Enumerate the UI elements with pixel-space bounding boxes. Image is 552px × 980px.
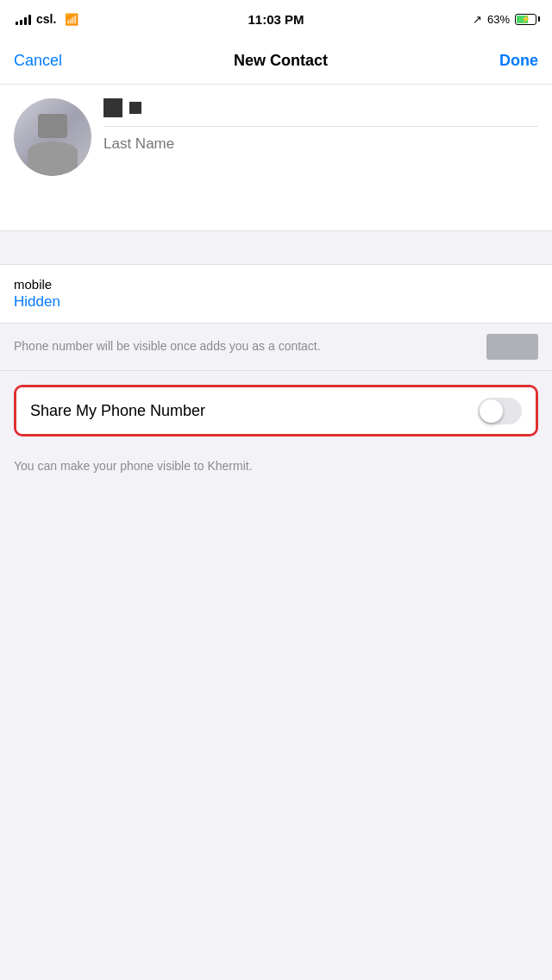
gap-section bbox=[0, 231, 552, 264]
background-fill bbox=[0, 481, 552, 740]
info-pixel-image bbox=[486, 334, 538, 360]
status-left: csl. 📶 bbox=[16, 12, 78, 26]
share-phone-toggle[interactable] bbox=[478, 398, 522, 424]
name-fields bbox=[104, 98, 538, 153]
status-right: ↗ 63% ⚡ bbox=[473, 13, 536, 26]
status-time: 11:03 PM bbox=[248, 12, 304, 27]
first-name-pixel-icon bbox=[104, 98, 122, 117]
first-name-row bbox=[104, 98, 538, 126]
share-section: Share My Phone Number bbox=[16, 387, 536, 434]
share-label: Share My Phone Number bbox=[30, 402, 205, 420]
share-section-wrapper: Share My Phone Number bbox=[14, 385, 538, 437]
done-button[interactable]: Done bbox=[499, 52, 538, 70]
status-bar: csl. 📶 11:03 PM ↗ 63% ⚡ bbox=[0, 0, 552, 38]
last-name-input[interactable] bbox=[104, 135, 538, 153]
navigation-bar: Cancel New Contact Done bbox=[0, 38, 552, 85]
first-name-pixel-icon-small bbox=[129, 102, 141, 114]
battery-icon: ⚡ bbox=[515, 14, 536, 25]
page-title: New Contact bbox=[234, 52, 328, 70]
name-divider bbox=[104, 126, 538, 127]
wifi-icon: 📶 bbox=[65, 13, 78, 26]
phone-section: mobile Hidden bbox=[0, 264, 552, 324]
info-text: Phone number will be visible once adds y… bbox=[14, 338, 321, 355]
info-section: Phone number will be visible once adds y… bbox=[0, 324, 552, 371]
contact-form-section bbox=[0, 85, 552, 231]
location-icon: ↗ bbox=[473, 13, 482, 26]
signal-icon bbox=[16, 13, 31, 25]
footer-note: You can make your phone visible to Kherm… bbox=[0, 450, 552, 481]
avatar[interactable] bbox=[14, 98, 91, 176]
phone-number: Hidden bbox=[14, 293, 538, 311]
phone-label: mobile bbox=[14, 277, 538, 292]
avatar-image bbox=[14, 98, 91, 176]
battery-percent: 63% bbox=[487, 13, 510, 26]
carrier-label: csl. bbox=[36, 12, 56, 26]
toggle-knob bbox=[480, 399, 503, 423]
cancel-button[interactable]: Cancel bbox=[14, 52, 62, 70]
